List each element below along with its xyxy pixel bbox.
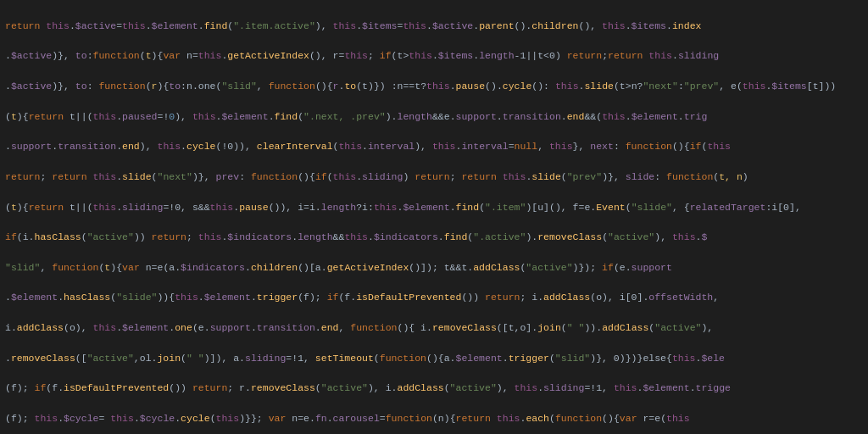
code-editor[interactable]: return this.$active=this.$element.find("…	[0, 0, 868, 434]
